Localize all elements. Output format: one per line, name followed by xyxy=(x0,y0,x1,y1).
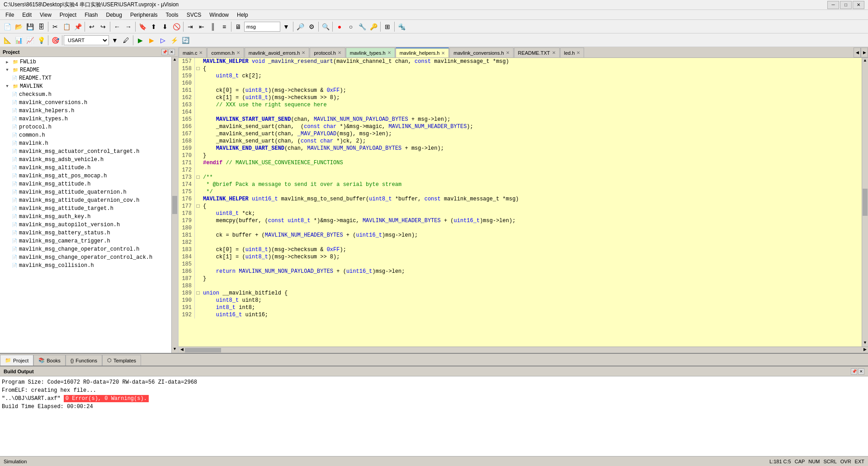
t2-btn6[interactable]: 🖊 xyxy=(121,35,132,46)
tree-item-mhelp[interactable]: 📄mavlink_helpers.h xyxy=(0,107,178,115)
tree-item-att-pos[interactable]: 📄mavlink_msg_att_pos_mocap.h xyxy=(0,172,178,180)
menu-item-window[interactable]: Window xyxy=(206,11,232,19)
t2-btn2[interactable]: 📊 xyxy=(13,35,24,46)
line-code-177[interactable]: { xyxy=(201,203,206,210)
tree-item-change-op[interactable]: 📄mavlink_msg_change_operator_control.h xyxy=(0,245,178,253)
debug1-button[interactable]: 🔧 xyxy=(357,21,368,32)
tool1-button[interactable]: 🔎 xyxy=(295,21,306,32)
menu-item-file[interactable]: File xyxy=(2,11,18,19)
project-scroll-thumb[interactable] xyxy=(172,196,177,214)
run-button[interactable]: ● xyxy=(334,21,345,32)
extra-btn[interactable]: 🔩 xyxy=(396,21,407,32)
tree-item-checksum[interactable]: 📄checksum.h xyxy=(0,90,178,99)
tab-close-mavlink-types[interactable]: ✕ xyxy=(387,50,391,55)
t2-btn3[interactable]: 📈 xyxy=(24,35,35,46)
bottom-tab-functions[interactable]: {} Functions xyxy=(66,355,102,366)
project-panel-close[interactable]: ✕ xyxy=(169,49,175,55)
line-code-174[interactable]: * @brief Pack a message to send it over … xyxy=(201,181,401,188)
redo-button[interactable]: ↪ xyxy=(98,21,108,32)
code-scroll-down-btn[interactable]: ▼ xyxy=(862,340,868,347)
bookmark-prev-button[interactable]: ⬆ xyxy=(148,21,159,32)
tree-item-readme-txt[interactable]: 📄 README.TXT xyxy=(0,74,178,82)
line-code-183[interactable]: ck[0] = (uint8_t)(msg->checksum & 0xFF); xyxy=(201,246,346,253)
tree-item-mavlink-h[interactable]: 📄mavlink.h xyxy=(0,139,178,147)
stop-button[interactable]: ○ xyxy=(345,21,356,32)
line-code-159[interactable]: uint8_t ck[2]; xyxy=(201,72,262,80)
project-scroll-up[interactable]: ▲ xyxy=(172,57,178,63)
line-code-162[interactable]: ck[1] = (uint8_t)(msg->checksum >> 8); xyxy=(201,94,340,101)
list-button[interactable]: ≡ xyxy=(219,21,230,32)
hscroll-right-btn[interactable]: ▶ xyxy=(862,347,868,353)
save-all-button[interactable]: 🗄 xyxy=(36,21,47,32)
tree-item-change-op-ack[interactable]: 📄mavlink_msg_change_operator_control_ack… xyxy=(0,253,178,262)
tab-close-mavlink-helpers[interactable]: ✕ xyxy=(441,51,445,56)
tab-close-mavlink-conversions[interactable]: ✕ xyxy=(506,50,509,55)
tab-close-protocol-h[interactable]: ✕ xyxy=(338,50,341,55)
msg-input[interactable] xyxy=(244,22,280,32)
line-code-166[interactable]: _mavlink_send_uart(chan, (const char *)&… xyxy=(201,123,473,130)
line-code-188[interactable] xyxy=(201,282,203,290)
debug2-button[interactable]: 🔑 xyxy=(368,21,379,32)
col-button[interactable]: ║ xyxy=(208,21,218,32)
target-select[interactable]: USART xyxy=(64,35,109,45)
bottom-tab-books[interactable]: 📚 Books xyxy=(33,355,66,366)
line-fold-158[interactable]: □ xyxy=(195,65,201,72)
line-code-186[interactable]: return MAVLINK_NUM_NON_PAYLOAD_BYTES + (… xyxy=(201,268,405,275)
line-code-187[interactable]: } xyxy=(201,275,206,282)
line-code-179[interactable]: memcpy(buffer, (const uint8_t *)&msg->ma… xyxy=(201,217,515,224)
tab-mavlink-helpers[interactable]: mavlink_helpers.h ✕ xyxy=(396,48,449,57)
tab-avoid-errors[interactable]: mavlink_avoid_errors.h ✕ xyxy=(245,48,310,57)
line-fold-177[interactable]: □ xyxy=(195,203,201,210)
line-code-189[interactable]: union __mavlink_bitfield { xyxy=(201,290,288,297)
tool2-button[interactable]: ⚙ xyxy=(306,21,317,32)
t2-btn5[interactable]: 🎯 xyxy=(50,35,61,46)
tree-item-battery[interactable]: 📄mavlink_msg_battery_status.h xyxy=(0,229,178,237)
tree-item-collision[interactable]: 📄mavlink_msg_collision.h xyxy=(0,262,178,270)
line-code-168[interactable]: _mavlink_send_uart(chan, (const char *)c… xyxy=(201,138,366,145)
close-button[interactable]: ✕ xyxy=(853,1,864,9)
menu-item-tools[interactable]: Tools xyxy=(162,11,182,19)
bottom-tab-templates[interactable]: ⬡ Templates xyxy=(102,355,141,366)
line-code-172[interactable] xyxy=(201,166,203,174)
new-button[interactable]: 📄 xyxy=(2,21,13,32)
project-panel-pin[interactable]: 📌 xyxy=(161,49,168,55)
menu-item-view[interactable]: View xyxy=(36,11,55,19)
code-scroll[interactable]: 157 MAVLINK_HELPER void _mavlink_resend_… xyxy=(179,58,868,347)
bookmark-next-button[interactable]: ⬇ xyxy=(160,21,170,32)
msg-dropdown[interactable]: ▼ xyxy=(281,21,292,32)
project-scroll-down[interactable]: ▼ xyxy=(172,347,178,353)
maximize-button[interactable]: □ xyxy=(840,1,852,9)
tab-close-readme-txt[interactable]: ✕ xyxy=(552,50,556,55)
cut-button[interactable]: ✂ xyxy=(50,21,61,32)
code-hscroll[interactable]: ◀ ▶ xyxy=(179,347,868,353)
tree-item-att-quat-cov[interactable]: 📄mavlink_msg_attitude_quaternion_cov.h xyxy=(0,196,178,204)
line-code-192[interactable]: uint16_t uint16; xyxy=(201,311,268,319)
tree-item-actuator[interactable]: 📄mavlink_msg_actuator_control_target.h xyxy=(0,147,178,156)
menu-item-edit[interactable]: Edit xyxy=(19,11,35,19)
line-code-163[interactable]: // XXX use the right sequence here xyxy=(201,101,327,109)
tab-led-h[interactable]: led.h ✕ xyxy=(560,48,585,57)
build-panel-pin[interactable]: 📌 xyxy=(851,368,857,375)
minimize-button[interactable]: ─ xyxy=(827,1,839,9)
code-scroll-up-btn[interactable]: ▲ xyxy=(862,58,868,64)
tree-item-att-target[interactable]: 📄mavlink_msg_attitude_target.h xyxy=(0,204,178,213)
t2-btn8[interactable]: ▶ xyxy=(146,35,157,46)
line-code-165[interactable]: MAVLINK_START_UART_SEND(chan, MAVLINK_NU… xyxy=(201,116,450,123)
t2-btn11[interactable]: 🔄 xyxy=(180,35,191,46)
line-code-157[interactable]: MAVLINK_HELPER void _mavlink_resend_uart… xyxy=(201,58,509,65)
tab-readme-txt[interactable]: README.TXT ✕ xyxy=(514,48,560,57)
tree-item-fwlib[interactable]: ▶ 📁 FWLib xyxy=(0,58,178,66)
tree-item-readme-folder[interactable]: ▼ 📁 README xyxy=(0,66,178,74)
tree-item-mavlink-folder[interactable]: ▼ 📁 MAVLINK xyxy=(0,82,178,90)
tab-mavlink-conversions[interactable]: mavlink_conversions.h ✕ xyxy=(449,48,513,57)
t2-btn9[interactable]: ▷ xyxy=(157,35,168,46)
line-code-190[interactable]: uint8_t uint8; xyxy=(201,297,262,304)
bookmark-clear-button[interactable]: 🚫 xyxy=(171,21,182,32)
tree-item-common[interactable]: 📄common.h xyxy=(0,131,178,139)
tab-close-main-c[interactable]: ✕ xyxy=(199,50,203,55)
tree-item-mconv[interactable]: 📄mavlink_conversions.h xyxy=(0,99,178,107)
tree-item-autopilot[interactable]: 📄mavlink_msg_autopilot_version.h xyxy=(0,221,178,229)
hscroll-thumb[interactable] xyxy=(185,348,221,352)
line-code-182[interactable] xyxy=(201,239,203,246)
menu-item-help[interactable]: Help xyxy=(233,11,252,19)
